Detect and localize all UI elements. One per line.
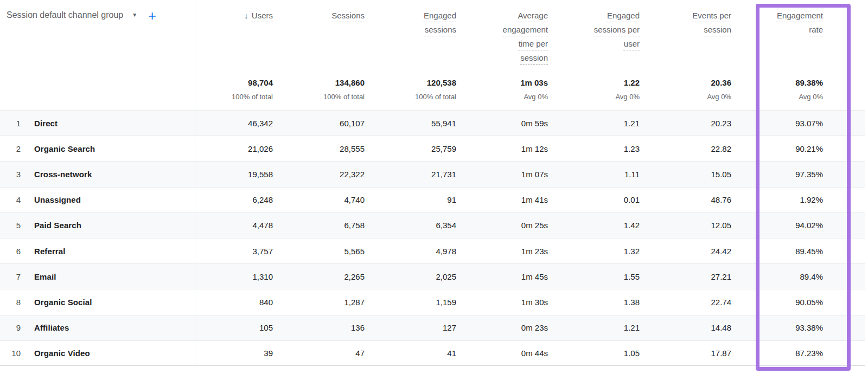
- add-column-button[interactable]: +: [148, 10, 156, 22]
- metric-cell-engaged-sessions-per-user: 1.21: [562, 111, 654, 136]
- totals-value: 120,538: [379, 78, 456, 88]
- channel-group-table: Session default channel group ▼ + ↓Users…: [0, 0, 865, 366]
- table-row: 7Email1,3102,2652,0251m 45s1.5527.2189.4…: [0, 263, 865, 289]
- totals-value: 1.22: [562, 78, 640, 88]
- metric-cell-users: 6,248: [195, 188, 287, 212]
- metric-cell-events-per-session: 14.48: [654, 315, 745, 340]
- metric-cell-sessions: 5,565: [287, 238, 379, 263]
- row-spacer: [837, 289, 865, 314]
- metric-cell-avg-engagement-time-per-session: 1m 30s: [470, 289, 562, 314]
- totals-cell-engagement-rate: 89.38%Avg 0%: [745, 70, 837, 110]
- table-row: 1Direct46,34260,10755,9410m 59s1.2120.23…: [0, 110, 865, 136]
- dimension-header-cell: Session default channel group ▼ +: [0, 0, 195, 70]
- column-header-avg-engagement-time-per-session[interactable]: Average engagement time per session: [470, 0, 562, 70]
- metric-cell-avg-engagement-time-per-session: 1m 23s: [470, 238, 562, 263]
- column-header-sessions[interactable]: Sessions: [287, 0, 379, 70]
- metric-cell-engagement-rate: 87.23%: [745, 341, 837, 365]
- metric-cell-engagement-rate: 90.05%: [745, 289, 837, 314]
- table-row: 5Paid Search4,4786,7586,3540m 25s1.4212.…: [0, 212, 865, 238]
- metric-cell-users: 3,757: [195, 238, 287, 263]
- column-header-label: Sessions: [331, 9, 365, 23]
- metric-cell-users: 19,558: [195, 162, 287, 186]
- metric-cell-engaged-sessions-per-user: 1.42: [562, 213, 654, 238]
- dimension-header-label[interactable]: Session default channel group: [7, 10, 123, 21]
- row-rank: 9: [9, 323, 21, 332]
- metric-cell-engagement-rate: 90.21%: [745, 136, 837, 161]
- dimension-cell: 10Organic Video: [0, 341, 195, 365]
- table-row: 4Unassigned6,2484,740911m 41s0.0148.761.…: [0, 187, 865, 212]
- metric-cell-avg-engagement-time-per-session: 0m 44s: [470, 341, 562, 365]
- dimension-cell: 8Organic Social: [0, 289, 195, 314]
- metric-cell-avg-engagement-time-per-session: 0m 25s: [470, 213, 562, 238]
- row-spacer: [837, 162, 865, 186]
- metric-cell-users: 105: [195, 315, 287, 340]
- metric-cell-sessions: 136: [287, 315, 379, 340]
- metric-cell-engaged-sessions: 41: [379, 341, 470, 365]
- dimension-cell: 4Unassigned: [0, 188, 195, 212]
- metric-cell-engagement-rate: 93.07%: [745, 111, 837, 136]
- metric-cell-users: 4,478: [195, 213, 287, 238]
- totals-subtext: 100% of total: [195, 93, 273, 101]
- dimension-cell: 3Cross-network: [0, 162, 195, 186]
- channel-name: Affiliates: [34, 323, 69, 332]
- row-rank: 4: [9, 195, 21, 204]
- header-spacer: [837, 0, 865, 70]
- row-spacer: [837, 264, 865, 289]
- metric-cell-events-per-session: 20.23: [654, 111, 745, 136]
- totals-dimension-cell: [0, 70, 195, 110]
- metric-cell-users: 39: [195, 341, 287, 365]
- column-header-engagement-rate[interactable]: Engagement rate: [745, 0, 837, 70]
- metric-cell-engaged-sessions: 1,159: [379, 289, 470, 314]
- metric-cell-avg-engagement-time-per-session: 1m 45s: [470, 264, 562, 289]
- channel-name: Direct: [34, 119, 58, 128]
- row-spacer: [837, 213, 865, 238]
- metric-cell-users: 1,310: [195, 264, 287, 289]
- metric-cell-avg-engagement-time-per-session: 1m 12s: [470, 136, 562, 161]
- totals-subtext: 100% of total: [287, 93, 365, 101]
- metric-cell-sessions: 22,322: [287, 162, 379, 186]
- totals-row: 98,704100% of total134,860100% of total1…: [0, 70, 865, 110]
- channel-name: Cross-network: [34, 170, 92, 179]
- metric-cell-avg-engagement-time-per-session: 1m 41s: [470, 188, 562, 212]
- metric-cell-engaged-sessions-per-user: 0.01: [562, 188, 654, 212]
- metric-cell-users: 46,342: [195, 111, 287, 136]
- row-spacer: [837, 238, 865, 263]
- channel-name: Organic Video: [34, 349, 90, 358]
- dimension-cell: 5Paid Search: [0, 213, 195, 238]
- table-row: 9Affiliates1051361270m 23s1.2114.4893.38…: [0, 315, 865, 340]
- channel-name: Referral: [34, 247, 66, 256]
- totals-value: 1m 03s: [470, 78, 548, 88]
- metric-cell-engaged-sessions: 21,731: [379, 162, 470, 186]
- metric-cell-users: 840: [195, 289, 287, 314]
- metric-cell-engaged-sessions-per-user: 1.23: [562, 136, 654, 161]
- sort-descending-icon: ↓: [244, 9, 248, 23]
- dimension-cell: 9Affiliates: [0, 315, 195, 340]
- metric-cell-engagement-rate: 93.38%: [745, 315, 837, 340]
- table-header-row: Session default channel group ▼ + ↓Users…: [0, 0, 865, 70]
- column-header-events-per-session[interactable]: Events per session: [654, 0, 745, 70]
- column-header-engaged-sessions[interactable]: Engaged sessions: [379, 0, 470, 70]
- metric-cell-engagement-rate: 1.92%: [745, 188, 837, 212]
- dimension-cell: 2Organic Search: [0, 136, 195, 161]
- row-rank: 7: [9, 272, 21, 281]
- table-row: 6Referral3,7575,5654,9781m 23s1.3224.428…: [0, 238, 865, 263]
- metric-cell-avg-engagement-time-per-session: 0m 59s: [470, 111, 562, 136]
- column-header-users[interactable]: ↓Users: [195, 0, 287, 70]
- row-spacer: [837, 111, 865, 136]
- channel-name: Email: [34, 272, 56, 281]
- caret-down-icon[interactable]: ▼: [132, 10, 137, 21]
- metric-cell-engaged-sessions-per-user: 1.55: [562, 264, 654, 289]
- row-spacer: [837, 341, 865, 365]
- metric-cell-events-per-session: 24.42: [654, 238, 745, 263]
- metric-cell-avg-engagement-time-per-session: 1m 07s: [470, 162, 562, 186]
- column-header-label: Engagement rate: [769, 9, 823, 37]
- metric-cell-events-per-session: 15.05: [654, 162, 745, 186]
- metric-cell-sessions: 1,287: [287, 289, 379, 314]
- totals-cell-engaged-sessions: 120,538100% of total: [379, 70, 470, 110]
- row-spacer: [837, 315, 865, 340]
- table-row: 2Organic Search21,02628,55525,7591m 12s1…: [0, 136, 865, 161]
- totals-subtext: Avg 0%: [654, 93, 731, 101]
- metric-cell-engagement-rate: 89.45%: [745, 238, 837, 263]
- column-header-engaged-sessions-per-user[interactable]: Engaged sessions per user: [562, 0, 654, 70]
- metric-cell-engaged-sessions: 127: [379, 315, 470, 340]
